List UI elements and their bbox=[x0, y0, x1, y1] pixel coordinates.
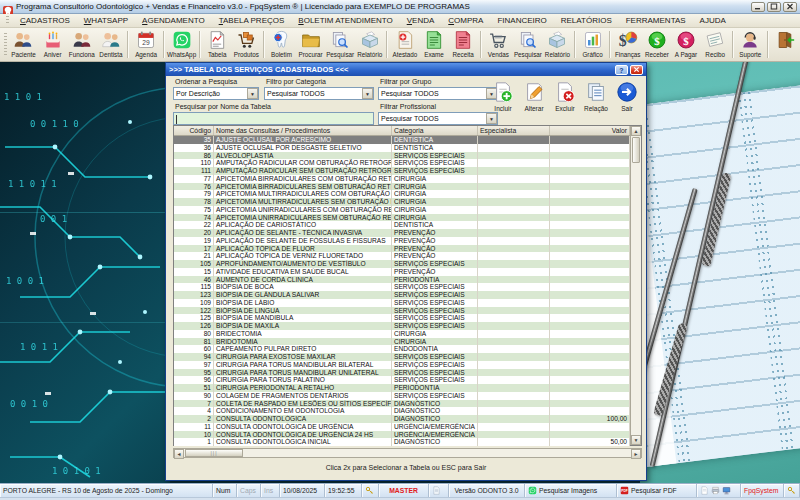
toolbar-grafico-button[interactable]: Gráfico bbox=[579, 28, 606, 61]
table-row[interactable]: 105APROFUNDAMENTO/AUMENTO DE VESTÍBULOSE… bbox=[174, 260, 630, 268]
grupo-select[interactable]: Pesquisar TODOS ▼ bbox=[378, 87, 498, 100]
status-pesquisar-imagens[interactable]: Pesquisar Imagens bbox=[525, 484, 617, 497]
toolbar-recibo-button[interactable]: Recibo bbox=[702, 28, 729, 61]
table-row[interactable]: 97CIRURGIA PARA TORUS MANDIBULAR BILATER… bbox=[174, 361, 630, 369]
table-row[interactable]: 7COLETA DE RASPADO EM LESÕES OU SÍTIOS E… bbox=[174, 400, 630, 408]
toolbar-agenda-button[interactable]: 29Agenda bbox=[132, 28, 159, 61]
menu-relatorios[interactable]: RELATÓRIOS bbox=[554, 16, 619, 25]
table-row[interactable]: 95CIRURGIA PARA TORUS MANDIBULAR UNILATE… bbox=[174, 369, 630, 377]
ordenar-select[interactable]: Por Descrição ▼ bbox=[173, 87, 259, 100]
menu-boletim-atendimento[interactable]: BOLETIM ATENDIMENTO bbox=[291, 16, 399, 25]
chevron-down-icon[interactable]: ▼ bbox=[486, 113, 497, 124]
table-row[interactable]: 109BIÓPSIA DE LÁBIOSERVIÇOS ESPECIAIS bbox=[174, 299, 630, 307]
toolbar-vendas-button[interactable]: Vendas bbox=[485, 28, 512, 61]
search-input[interactable] bbox=[173, 112, 374, 125]
table-row[interactable]: 75APICETOMIA UNIRRADICULARES COM OBTURAÇ… bbox=[174, 206, 630, 214]
column-header-codigo[interactable]: Código bbox=[174, 126, 214, 135]
toolbar-pesquisar-button[interactable]: Pesquisar bbox=[326, 28, 354, 61]
table-row[interactable]: 115BIÓPSIA DE BOCASERVIÇOS ESPECIAIS bbox=[174, 283, 630, 291]
menu-whatsapp[interactable]: WHATSAPP bbox=[77, 16, 135, 25]
table-row[interactable]: 78APICETOMIA MULTIRRADICULARES SEM OBTUR… bbox=[174, 198, 630, 206]
table-row[interactable]: 46AUMENTO DE CORDA CLINICAPERIODONTIA bbox=[174, 276, 630, 284]
toolbar-pesquisar-button[interactable]: Pesquisar bbox=[514, 28, 542, 61]
menu-venda[interactable]: VENDA bbox=[400, 16, 442, 25]
toolbar-relatorio-button[interactable]: Relatório bbox=[544, 28, 571, 61]
table-row[interactable]: 94CIRURGIA PARA EXOSTOSE MAXILARSERVIÇOS… bbox=[174, 353, 630, 361]
table-row[interactable]: 79APICETOMIA MULTIRRADICULARES COM OBTUR… bbox=[174, 190, 630, 198]
toolbar-procurar-button[interactable]: Procurar bbox=[297, 28, 324, 61]
toolbar-produtos-button[interactable]: Produtos bbox=[233, 28, 260, 61]
table-row[interactable]: 90COLAGEM DE FRAGMENTOS DENTÁRIOSSERVIÇO… bbox=[174, 392, 630, 400]
chevron-down-icon[interactable]: ▼ bbox=[247, 88, 258, 99]
column-header-nome-das-consultas-procedimentos[interactable]: Nome das Consultas / Procedimentos bbox=[214, 126, 392, 135]
toolbar-aniver-button[interactable]: Aniver bbox=[39, 28, 66, 61]
menu-tabela-precos[interactable]: TABELA PREÇOS bbox=[212, 16, 292, 25]
table-row[interactable]: 36AJUSTE OCLUSAL POR DESGASTE SELETIVODE… bbox=[174, 144, 630, 152]
table-row[interactable]: 86ALVEOLOPLASTIASERVIÇOS ESPECIAIS bbox=[174, 152, 630, 160]
toolbar-whatsapp-button[interactable]: WhatsApp bbox=[168, 28, 196, 61]
toolbar-tabela-button[interactable]: Tabela bbox=[204, 28, 231, 61]
table-row[interactable]: 1CONSULTA ODONTOLÓGICA INICIALDIAGNÓSTIC… bbox=[174, 438, 630, 446]
vertical-scroll-thumb[interactable] bbox=[632, 137, 640, 163]
sair-button[interactable]: Sair bbox=[613, 81, 641, 112]
table-row[interactable]: 77APICETOMIA BIRRADICULARES COM OBTURAÇÃ… bbox=[174, 175, 630, 183]
scroll-right-icon[interactable]: ► bbox=[631, 449, 641, 459]
table-row[interactable]: 20APLICAÇÃO DE SELANTE - TÉCNICA INVASIV… bbox=[174, 229, 630, 237]
table-row[interactable]: 125BIÓPSIA DE MANDIBULASERVIÇOS ESPECIAI… bbox=[174, 314, 630, 322]
table-row[interactable]: 123BIÓPSIA DE GLÂNDULA SALIVARSERVIÇOS E… bbox=[174, 291, 630, 299]
table-row[interactable]: 110AMPUTAÇÃO RADICULAR COM OBTURAÇÃO RET… bbox=[174, 159, 630, 167]
table-row[interactable]: 80BRIDECTOMIACIRURGIA bbox=[174, 330, 630, 338]
incluir-button[interactable]: Incluir bbox=[489, 81, 517, 112]
toolbar-exame-button[interactable]: Exame bbox=[420, 28, 447, 61]
table-row[interactable]: 126BIÓPSIA DE MAXILASERVIÇOS ESPECIAIS bbox=[174, 322, 630, 330]
menu-compra[interactable]: COMPRA bbox=[441, 16, 490, 25]
column-header-especialista[interactable]: Especialista bbox=[478, 126, 550, 135]
column-header-categoria[interactable]: Categoria bbox=[392, 126, 478, 135]
toolbar-item-button[interactable] bbox=[772, 28, 799, 61]
menu-ajuda[interactable]: AJUDA bbox=[693, 16, 733, 25]
table-row[interactable]: 4CONDICIONAMENTO EM ODONTOLOGIADIAGNÓSTI… bbox=[174, 407, 630, 415]
dialog-help-button[interactable]: ? bbox=[615, 65, 628, 75]
profissional-select[interactable]: Pesquisar TODOS ▼ bbox=[378, 112, 498, 125]
status-pesquisar-pdf[interactable]: PDFPesquisar PDF bbox=[617, 484, 697, 497]
column-header-valor[interactable]: Valor bbox=[550, 126, 630, 135]
table-row[interactable]: 96CIRURGIA PARA TORUS PALATINOSERVIÇOS E… bbox=[174, 376, 630, 384]
toolbar-dentista-button[interactable]: Dentista bbox=[97, 28, 124, 61]
toolbar-financas-button[interactable]: $Finanças bbox=[614, 28, 641, 61]
toolbar-paciente-button[interactable]: Paciente bbox=[10, 28, 37, 61]
toolbar-receita-button[interactable]: Receita bbox=[450, 28, 477, 61]
table-row[interactable]: 35AJUSTE OCLUSAL POR ACRESCIMODENTISTICA bbox=[174, 136, 630, 144]
table-row[interactable]: 81BRIDOTOMIACIRURGIA bbox=[174, 338, 630, 346]
scroll-left-icon[interactable]: ◄ bbox=[174, 449, 184, 459]
table-row[interactable]: 19APLICAÇÃO DE SELANTE DE FÓSSULAS E FIS… bbox=[174, 237, 630, 245]
horizontal-scroll-thumb[interactable]: ||| bbox=[185, 449, 243, 457]
restore-button[interactable] bbox=[767, 2, 781, 12]
table-row[interactable]: 122BIÓPSIA DE LINGUASERVIÇOS ESPECIAIS bbox=[174, 307, 630, 315]
toolbar-a-pagar-button[interactable]: $A Pagar bbox=[672, 28, 699, 61]
horizontal-scrollbar[interactable]: ◄ ||| ► bbox=[173, 448, 642, 458]
table-row[interactable]: 60CAPEAMENTO PULPAR DIRETOENDODONTIA bbox=[174, 345, 630, 353]
table-row[interactable]: 15ATIVIDADE EDUCATIVA EM SAÚDE BUCALPREV… bbox=[174, 268, 630, 276]
chevron-down-icon[interactable]: ▼ bbox=[362, 88, 373, 99]
menu-cadastros[interactable]: CADASTROS bbox=[13, 16, 77, 25]
dialog-close-button[interactable] bbox=[630, 65, 643, 75]
toolbar-suporte-button[interactable]: Suporte bbox=[737, 28, 764, 61]
table-row[interactable]: 111AMPUTAÇÃO RADICULAR SEM OBTURAÇÃO RET… bbox=[174, 167, 630, 175]
toolbar-boletim-button[interactable]: Boletim bbox=[268, 28, 295, 61]
table-row[interactable]: 76APICETOMIA BIRRADICULARES SEM OBTURAÇÃ… bbox=[174, 183, 630, 191]
excluir-button[interactable]: Excluir bbox=[551, 81, 579, 112]
table-row[interactable]: 22APLICAÇÃO DE CARIOSTÁTICODENTISTICA bbox=[174, 221, 630, 229]
menu-financeiro[interactable]: FINANCEIRO bbox=[490, 16, 553, 25]
toolbar-receber-button[interactable]: $Receber bbox=[643, 28, 670, 61]
table-row[interactable]: 2CONSULTA ODONTOLÓGICADIAGNÓSTICO100,00 bbox=[174, 415, 630, 423]
table-row[interactable]: 17APLICAÇÃO TÓPICA DE FLUORPREVENÇÃO bbox=[174, 245, 630, 253]
alterar-button[interactable]: Alterar bbox=[520, 81, 548, 112]
table-row[interactable]: 10CONSULTA ODONTOLÓGICA DE URGÊNCIA 24 H… bbox=[174, 431, 630, 439]
relacao-button[interactable]: Relação bbox=[582, 81, 610, 112]
table-row[interactable]: 21APLICAÇÃO TÓPICA DE VERNIZ FLUORETADOP… bbox=[174, 252, 630, 260]
table-row[interactable]: 11CONSULTA ODONTOLÓGICA DE URGÊNCIAURGÊN… bbox=[174, 423, 630, 431]
toolbar-relatorio-button[interactable]: Relatório bbox=[356, 28, 383, 61]
scroll-down-icon[interactable]: ▼ bbox=[631, 435, 641, 445]
table-row[interactable]: 51CIRURGIA PERIODONTAL A RETALHOPERIODON… bbox=[174, 384, 630, 392]
minimize-button[interactable] bbox=[751, 2, 765, 12]
